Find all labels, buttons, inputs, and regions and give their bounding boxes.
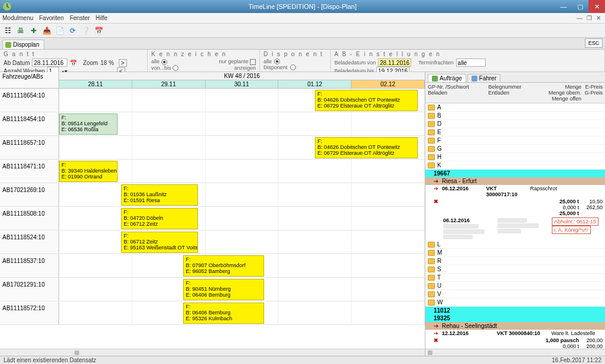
belade-von-input[interactable] — [378, 58, 411, 67]
esc-button[interactable]: ESC — [585, 38, 603, 48]
vehicle-label[interactable]: AB11118471:10 — [0, 160, 59, 183]
kenn-vonbis-radio[interactable] — [173, 65, 178, 71]
folder-row[interactable]: V — [425, 290, 605, 298]
timeline-cell[interactable]: F:B: 06406 BernburgE: 95326 Kulmbach — [59, 301, 425, 324]
gantt-task[interactable]: F:B: 09514 LengefeldE: 06536 Roßla — [59, 113, 118, 135]
tb-calendar-icon[interactable]: 📅 — [93, 25, 104, 36]
vehicle-label[interactable]: AB11118537:10 — [0, 254, 59, 277]
minimize-button[interactable]: ― — [555, 0, 572, 13]
folder-row[interactable]: H — [425, 153, 605, 161]
group-number[interactable]: 11012 — [425, 307, 605, 314]
gantt-task[interactable]: F:B: 39340 HaldenslebenE: 01990 Ortrand — [59, 161, 118, 182]
toolbar: ☷ 🖶 ✚ 📥 📄 ⟳ ❔ 📅 — [0, 24, 605, 38]
timeline-cell[interactable]: F:B: 04720 DöbelnE: 06712 Zeitz — [59, 207, 425, 230]
gantt-task[interactable]: F:B: 04720 DöbelnE: 06712 Zeitz — [121, 208, 198, 229]
calendar-icon[interactable]: 📅 — [70, 60, 77, 66]
menu-modulmenu[interactable]: Modulmenu — [2, 15, 33, 21]
zoom-right-button[interactable]: > — [119, 59, 127, 67]
orders-hscroll[interactable] — [425, 349, 605, 356]
group-number[interactable]: 19667 — [425, 170, 605, 177]
kenn-alle-radio[interactable] — [161, 59, 167, 65]
folder-row[interactable]: W — [425, 298, 605, 307]
folder-row[interactable]: M — [425, 249, 605, 257]
tab-fahrer[interactable]: Fahrer — [467, 74, 500, 82]
timeline-cell[interactable]: F:B: 07907 OberböhmsdorfE: 96052 Bamberg — [59, 254, 425, 277]
tb-print-icon[interactable]: 🖶 — [15, 25, 26, 36]
vehicle-label[interactable]: AB11118572:10 — [0, 301, 59, 324]
menu-favoriten[interactable]: Favoriten — [39, 15, 64, 21]
close-button[interactable]: ✕ — [588, 0, 605, 13]
gantt-task[interactable]: F:B: 06712 ZeitzE: 95163 Weißenstadt OT … — [121, 232, 198, 253]
vehicle-label[interactable]: AB11118654:10 — [0, 89, 59, 112]
tb-doc-icon[interactable]: 📄 — [54, 25, 65, 36]
group-number[interactable]: 19325 — [425, 314, 605, 322]
route-row[interactable]: ➔Rehau - Seelingstädt — [425, 322, 605, 330]
gantt-hscroll[interactable] — [0, 349, 425, 356]
tab-auftraege[interactable]: Aufträge — [428, 74, 466, 82]
folder-row[interactable]: E — [425, 128, 605, 136]
folder-row[interactable]: D — [425, 120, 605, 128]
mdi-close[interactable]: ✕ — [594, 15, 603, 21]
gantt-task[interactable]: F:B: 01936 LaußnitzE: 01591 Riesa — [121, 184, 198, 206]
folder-row[interactable]: G — [425, 145, 605, 153]
timeline-cell[interactable]: F:B: 09514 LengefeldE: 06536 Roßla — [59, 112, 425, 135]
disp-alle-radio[interactable] — [274, 58, 280, 64]
ab-datum-input[interactable] — [32, 58, 67, 67]
vehicle-label[interactable]: AB11118524:10 — [0, 230, 59, 254]
vehicle-label[interactable]: AB11118657:10 — [0, 136, 59, 159]
vehicle-label[interactable]: AB17021291:10 — [0, 278, 59, 301]
tb-grid-icon[interactable]: ☷ — [2, 25, 13, 36]
timeline-cell[interactable]: F:B: 01936 LaußnitzE: 01591 Riesa — [59, 183, 425, 206]
folder-row[interactable]: R — [425, 257, 605, 265]
timeline-cell[interactable]: F:B: 90451 NürnbergE: 06406 Bernburg — [59, 278, 425, 301]
order-row[interactable]: ➔06.12.2016VKT 30000717:10Rapsschrot — [425, 185, 605, 198]
tb-add-icon[interactable]: ✚ — [28, 25, 39, 36]
menu-hilfe[interactable]: Hilfe — [96, 15, 108, 21]
folder-row[interactable]: B — [425, 112, 605, 120]
gantt-task[interactable]: F:B: 90451 NürnbergE: 06406 Bernburg — [183, 279, 264, 300]
mdi-minimize[interactable]: ― — [575, 15, 584, 21]
gantt-task[interactable]: F:B: 07907 OberböhmsdorfE: 96052 Bamberg — [183, 255, 264, 277]
order-detail-row[interactable]: ✖25,000 t0,000 t25,000 t10,50262,50 — [425, 198, 605, 217]
folder-row[interactable]: A — [425, 103, 605, 112]
vehicle-label[interactable]: AB17021269:10 — [0, 183, 59, 206]
tb-refresh-icon[interactable]: ⟳ — [67, 25, 78, 36]
gantt-task[interactable]: F:B: 06406 BernburgE: 95326 Kulmbach — [183, 303, 264, 324]
folder-row[interactable]: U — [425, 282, 605, 290]
maximize-button[interactable]: ▢ — [572, 0, 588, 13]
nur-geplante-check[interactable] — [250, 59, 256, 65]
gantt-row: AB11118524:10F:B: 06712 ZeitzE: 95163 We… — [0, 230, 425, 254]
gantt-task[interactable]: F:B: 04626 Dobitschen OT PontewitzE: 067… — [315, 90, 417, 111]
mdi-restore[interactable]: ❐ — [585, 15, 593, 21]
folder-row[interactable]: K — [425, 161, 605, 170]
menu-fenster[interactable]: Fenster — [70, 15, 90, 21]
folder-row[interactable]: F — [425, 136, 605, 145]
tb-help-icon[interactable]: ❔ — [80, 25, 91, 36]
gantt-row: AB11118454:10F:B: 09514 LengefeldE: 0653… — [0, 112, 425, 136]
delete-icon[interactable]: ✖ — [434, 337, 438, 343]
disp-disp-radio[interactable] — [290, 64, 296, 70]
vehicle-label[interactable]: AB11118508:10 — [0, 207, 59, 230]
tab-fahrer-label: Fahrer — [479, 75, 496, 82]
order-row[interactable]: ➔12.12.2016VKT 30000840:10Ware lt. Lades… — [425, 330, 605, 337]
delete-icon[interactable]: ✖ — [434, 199, 438, 204]
tab-label: Dispoplan — [13, 41, 39, 48]
tab-dispoplan[interactable]: Dispoplan — [2, 40, 44, 49]
orders-list[interactable]: ABDEFGHK19667➔Riesa - Erfurt➔06.12.2016V… — [425, 103, 605, 349]
vehicle-label[interactable]: AB11118454:10 — [0, 112, 59, 135]
order-detail-row[interactable]: ✖1,000 pausch0,000 t1,000 pausch200,0020… — [425, 337, 605, 349]
menubar: Modulmenu Favoriten Fenster Hilfe ― ❐ ✕ — [0, 13, 605, 24]
terminfrachten-input[interactable] — [456, 58, 486, 67]
timeline-cell[interactable]: F:B: 39340 HaldenslebenE: 01990 Ortrand — [59, 160, 425, 183]
folder-row[interactable]: L — [425, 240, 605, 249]
hdr-epreis: E-Preis — [581, 84, 603, 90]
route-row[interactable]: ➔Riesa - Erfurt — [425, 177, 605, 185]
gantt-body[interactable]: AB11118654:10F:B: 04626 Dobitschen OT Po… — [0, 89, 425, 349]
timeline-cell[interactable]: F:B: 06712 ZeitzE: 95163 Weißenstadt OT … — [59, 230, 425, 254]
tb-import-icon[interactable]: 📥 — [41, 25, 52, 36]
gantt-task[interactable]: F:B: 04626 Dobitschen OT PontewitzE: 067… — [315, 137, 417, 158]
folder-row[interactable]: S — [425, 265, 605, 274]
timeline-cell[interactable]: F:B: 04626 Dobitschen OT PontewitzE: 067… — [59, 89, 425, 112]
timeline-cell[interactable]: F:B: 04626 Dobitschen OT PontewitzE: 067… — [59, 136, 425, 159]
folder-row[interactable]: T — [425, 274, 605, 282]
